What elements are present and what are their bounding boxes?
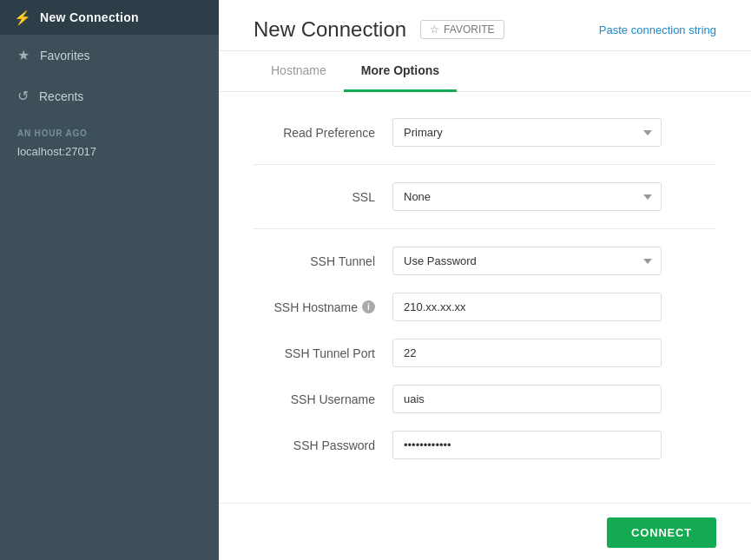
ssh-tunnel-select[interactable]: None Use Password Use Identity File xyxy=(392,247,662,275)
ssh-password-label: SSH Password xyxy=(254,438,392,452)
ssh-tunnel-port-label: SSH Tunnel Port xyxy=(254,346,392,360)
ssh-password-control xyxy=(392,431,662,459)
ssh-username-label: SSH Username xyxy=(254,392,392,406)
ssh-tunnel-label: SSH Tunnel xyxy=(254,254,392,268)
sidebar-header-title: New Connection xyxy=(40,10,139,24)
form-row-ssl: SSL None System CA / Atlas Server Valida… xyxy=(254,182,716,211)
star-icon: ★ xyxy=(17,47,30,63)
favorite-button[interactable]: ☆ FAVORITE xyxy=(420,20,504,39)
divider-ssh xyxy=(254,228,716,229)
main-header: New Connection ☆ FAVORITE Paste connecti… xyxy=(219,0,751,51)
sidebar: ⚡ New Connection ★ Favorites ↺ Recents A… xyxy=(0,0,219,560)
ssh-tunnel-port-input[interactable] xyxy=(392,339,662,367)
recent-item-localhost[interactable]: localhost:27017 xyxy=(0,142,219,168)
form-row-ssh-username: SSH Username xyxy=(254,385,716,413)
ssl-label: SSL xyxy=(254,190,392,204)
sidebar-header[interactable]: ⚡ New Connection xyxy=(0,0,219,35)
tab-hostname[interactable]: Hostname xyxy=(254,51,344,92)
main-content: New Connection ☆ FAVORITE Paste connecti… xyxy=(219,0,751,560)
read-preference-label: Read Preference xyxy=(254,126,392,140)
paste-connection-string-link[interactable]: Paste connection string xyxy=(599,23,716,36)
favorite-label: FAVORITE xyxy=(444,23,494,36)
star-outline-icon: ☆ xyxy=(430,23,439,36)
page-title: New Connection xyxy=(254,17,406,42)
sidebar-item-recents[interactable]: ↺ Recents xyxy=(0,76,219,116)
form-row-ssh-tunnel: SSH Tunnel None Use Password Use Identit… xyxy=(254,247,716,275)
recents-icon: ↺ xyxy=(17,88,29,104)
ssh-tunnel-port-control xyxy=(392,339,662,367)
form-row-ssh-password: SSH Password xyxy=(254,431,716,459)
form-row-read-preference: Read Preference Primary Primary Preferre… xyxy=(254,118,716,147)
ssh-hostname-control xyxy=(392,293,662,321)
read-preference-select[interactable]: Primary Primary Preferred Secondary Seco… xyxy=(392,118,662,147)
sidebar-item-recents-label: Recents xyxy=(39,89,83,103)
recent-section-label: AN HOUR AGO xyxy=(0,116,219,142)
divider-ssl xyxy=(254,164,716,165)
ssl-control: None System CA / Atlas Server Validation… xyxy=(392,182,662,211)
ssh-hostname-input[interactable] xyxy=(392,293,662,321)
new-connection-icon: ⚡ xyxy=(14,10,31,26)
ssh-username-control xyxy=(392,385,662,413)
sidebar-item-favorites[interactable]: ★ Favorites xyxy=(0,35,219,76)
ssh-password-input[interactable] xyxy=(392,431,662,459)
main-title-area: New Connection ☆ FAVORITE xyxy=(254,17,504,42)
form-row-ssh-tunnel-port: SSH Tunnel Port xyxy=(254,339,716,367)
tabs-bar: Hostname More Options xyxy=(219,51,751,92)
tab-more-options[interactable]: More Options xyxy=(344,51,457,92)
connect-button[interactable]: CONNECT xyxy=(607,517,716,548)
ssh-tunnel-control: None Use Password Use Identity File xyxy=(392,247,662,275)
form-row-ssh-hostname: SSH Hostname i xyxy=(254,293,716,321)
ssh-hostname-label: SSH Hostname i xyxy=(254,300,392,314)
ssh-hostname-info-icon[interactable]: i xyxy=(362,300,375,313)
sidebar-item-favorites-label: Favorites xyxy=(40,49,90,63)
footer-area: CONNECT xyxy=(219,503,751,560)
ssl-select[interactable]: None System CA / Atlas Server Validation… xyxy=(392,182,662,211)
form-area: Read Preference Primary Primary Preferre… xyxy=(219,92,751,503)
read-preference-control: Primary Primary Preferred Secondary Seco… xyxy=(392,118,662,147)
ssh-username-input[interactable] xyxy=(392,385,662,413)
